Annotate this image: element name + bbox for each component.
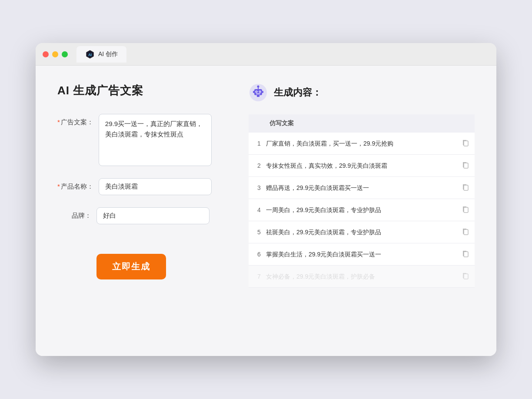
ad-copy-textarea[interactable] (99, 114, 212, 166)
row-text: 赠品再送，29.9元美白淡斑霜买一送一 (263, 177, 459, 199)
tab-ai-creation[interactable]: AI AI 创作 (76, 46, 126, 63)
copy-button[interactable] (459, 177, 475, 199)
row-number: 4 (249, 199, 263, 221)
num-col-header (249, 114, 263, 133)
brand-input[interactable] (96, 207, 209, 224)
svg-rect-17 (464, 207, 468, 213)
copy-button[interactable] (459, 266, 475, 288)
window-controls (43, 51, 68, 57)
copy-icon (462, 161, 469, 169)
table-row: 7女神必备，29.9元美白淡斑霜，护肤必备 (249, 266, 475, 288)
close-button[interactable] (43, 51, 49, 57)
results-table: 仿写文案 1厂家直销，美白淡斑霜，买一送一，29.9元抢购 2专抹女性斑点，真实… (249, 114, 475, 288)
copy-icon (462, 183, 469, 191)
svg-point-6 (256, 91, 257, 92)
row-text: 一周美白，29.9元美白淡斑霜，专业护肤品 (263, 199, 459, 221)
svg-text:AI: AI (88, 53, 92, 57)
svg-rect-15 (464, 163, 468, 168)
svg-rect-16 (464, 185, 468, 190)
brand-group: 品牌： (57, 207, 223, 224)
brand-label: 品牌： (57, 207, 96, 220)
row-text: 女神必备，29.9元美白淡斑霜，护肤必备 (263, 266, 459, 288)
copy-icon (462, 139, 469, 146)
copy-icon (462, 227, 469, 235)
right-title: 生成内容： (274, 86, 322, 99)
content-area: AI 生成广告文案 *广告文案： *产品名称： 品牌： 立 (36, 66, 496, 356)
table-row: 3赠品再送，29.9元美白淡斑霜买一送一 (249, 177, 475, 199)
product-name-label: *产品名称： (57, 178, 99, 191)
table-row: 6掌握美白生活，29.9元美白淡斑霜买一送一 (249, 243, 475, 266)
copy-col-header (459, 114, 475, 133)
copy-icon (462, 272, 469, 279)
svg-rect-13 (262, 91, 263, 93)
product-name-input[interactable] (99, 178, 212, 195)
title-bar: AI AI 创作 (36, 43, 496, 66)
copy-button[interactable] (459, 221, 475, 243)
table-row: 2专抹女性斑点，真实功效，29.9元美白淡斑霜 (249, 155, 475, 177)
row-number: 3 (249, 177, 263, 199)
copy-button[interactable] (459, 243, 475, 266)
generate-button[interactable]: 立即生成 (96, 254, 166, 279)
browser-window: AI AI 创作 AI 生成广告文案 *广告文案： *产品名称： (36, 43, 496, 356)
right-panel: 生成内容： 仿写文案 1厂家直销，美白淡斑霜，买一送一，29.9元抢购 2专抹女… (249, 83, 475, 339)
svg-rect-20 (464, 274, 468, 279)
row-number: 5 (249, 221, 263, 243)
table-row: 1厂家直销，美白淡斑霜，买一送一，29.9元抢购 (249, 133, 475, 155)
row-text: 厂家直销，美白淡斑霜，买一送一，29.9元抢购 (263, 133, 459, 155)
page-title: AI 生成广告文案 (57, 83, 223, 98)
text-col-header: 仿写文案 (263, 114, 459, 133)
row-number: 1 (249, 133, 263, 155)
right-header: 生成内容： (249, 83, 475, 102)
svg-rect-18 (464, 229, 468, 235)
svg-rect-8 (256, 93, 260, 94)
svg-point-7 (259, 91, 260, 92)
copy-button[interactable] (459, 133, 475, 155)
row-text: 专抹女性斑点，真实功效，29.9元美白淡斑霜 (263, 155, 459, 177)
tab-label: AI 创作 (98, 50, 118, 58)
svg-rect-11 (257, 95, 259, 97)
product-name-group: *产品名称： (57, 178, 223, 195)
ai-tab-icon: AI (85, 50, 95, 59)
row-number: 2 (249, 155, 263, 177)
required-star-product: * (57, 183, 60, 190)
table-header-row: 仿写文案 (249, 114, 475, 133)
required-star-ad: * (57, 118, 60, 126)
ad-copy-label: *广告文案： (57, 114, 99, 126)
copy-icon (462, 249, 469, 257)
row-text: 祛斑美白，29.9元美白淡斑霜，专业护肤品 (263, 221, 459, 243)
maximize-button[interactable] (62, 51, 68, 57)
ad-copy-group: *广告文案： (57, 114, 223, 166)
copy-button[interactable] (459, 155, 475, 177)
svg-rect-14 (464, 141, 468, 146)
svg-rect-12 (253, 91, 254, 93)
copy-icon (462, 205, 469, 213)
row-number: 7 (249, 266, 263, 288)
minimize-button[interactable] (52, 51, 58, 57)
left-panel: AI 生成广告文案 *广告文案： *产品名称： 品牌： 立 (57, 83, 223, 339)
table-row: 5祛斑美白，29.9元美白淡斑霜，专业护肤品 (249, 221, 475, 243)
copy-button[interactable] (459, 199, 475, 221)
svg-rect-19 (464, 252, 468, 257)
robot-icon (249, 83, 268, 102)
row-text: 掌握美白生活，29.9元美白淡斑霜买一送一 (263, 243, 459, 266)
svg-point-10 (257, 86, 259, 88)
row-number: 6 (249, 243, 263, 266)
table-row: 4一周美白，29.9元美白淡斑霜，专业护肤品 (249, 199, 475, 221)
